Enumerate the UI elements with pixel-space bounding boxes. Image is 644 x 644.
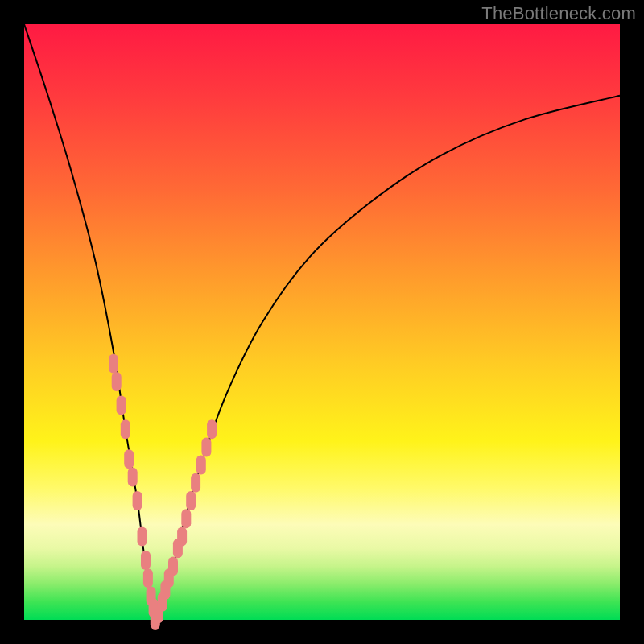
marker-point <box>143 568 153 588</box>
marker-point <box>207 419 217 439</box>
marker-point <box>181 509 191 528</box>
marker-point <box>109 354 118 374</box>
marker-point <box>112 372 122 391</box>
curve-svg <box>24 24 620 620</box>
bottleneck-curve <box>24 24 620 620</box>
marker-point <box>117 396 126 415</box>
marker-point <box>177 526 187 546</box>
marker-point <box>196 456 206 475</box>
marker-point <box>133 491 142 510</box>
chart-frame: TheBottleneck.com <box>0 0 644 644</box>
marker-point <box>191 473 200 493</box>
marker-point <box>141 551 151 570</box>
marker-point <box>124 449 134 469</box>
marker-point <box>121 419 130 439</box>
marker-point <box>138 526 147 546</box>
marker-point <box>128 467 138 486</box>
markers-group <box>109 354 217 630</box>
marker-point <box>168 556 178 576</box>
marker-point <box>201 437 211 456</box>
plot-area <box>24 24 620 620</box>
watermark-text: TheBottleneck.com <box>481 3 636 24</box>
marker-point <box>186 491 196 510</box>
